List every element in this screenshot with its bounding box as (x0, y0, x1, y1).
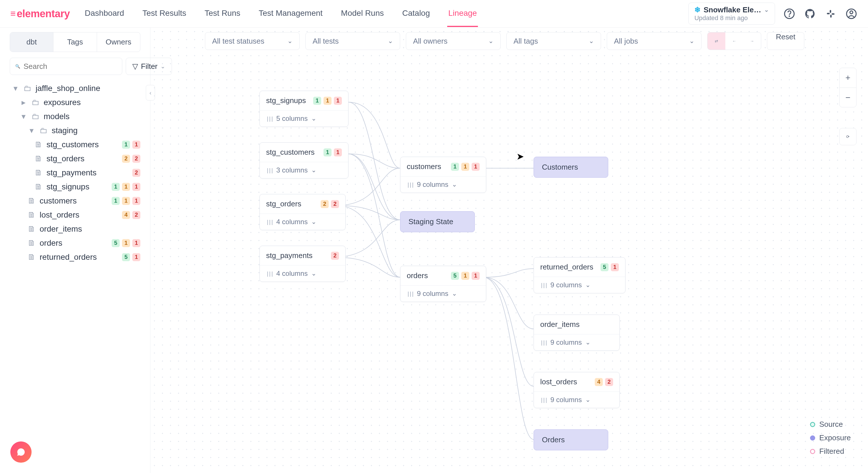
nav-test-runs[interactable]: Test Runs (204, 1, 242, 27)
legend: Source Exposure Filtered (810, 420, 851, 456)
node-title: stg_orders (266, 199, 301, 209)
chat-fab-button[interactable] (10, 441, 32, 463)
columns-toggle[interactable]: |||5 columns⌄ (260, 110, 348, 127)
tree-root[interactable]: ▾🗀jaffle_shop_online (10, 81, 141, 95)
node-title: customers (407, 162, 441, 171)
node-stg-customers[interactable]: stg_customers11 |||3 columns⌄ (259, 143, 348, 179)
nav-dashboard[interactable]: Dashboard (84, 1, 125, 27)
badge-warn: 2 (122, 155, 130, 163)
tab-dbt[interactable]: dbt (10, 32, 53, 52)
exposure-label: Orders (542, 435, 565, 444)
node-orders[interactable]: orders511 |||9 columns⌄ (400, 266, 486, 302)
search-box[interactable]: 🔍 (10, 58, 122, 75)
columns-label: 3 columns (276, 166, 308, 174)
swap-direction-button[interactable]: ⇄ (708, 32, 725, 50)
tree-item-order-items[interactable]: 🗎order_items (10, 222, 141, 236)
chevron-down-icon: ⌄ (585, 396, 590, 404)
chevron-down-icon: ⌄ (488, 37, 493, 45)
nav-test-management[interactable]: Test Management (257, 1, 324, 27)
filter-jobs[interactable]: All jobs⌄ (607, 32, 702, 50)
badge-fail: 2 (605, 378, 613, 386)
top-header: ≡elementary Dashboard Test Results Test … (0, 0, 868, 28)
github-icon[interactable] (804, 7, 816, 20)
filter-owners[interactable]: All owners⌄ (406, 32, 501, 50)
columns-toggle[interactable]: |||9 columns⌄ (400, 176, 486, 193)
tree-folder-staging[interactable]: ▾🗀staging (10, 123, 141, 137)
node-stg-orders[interactable]: stg_orders22 |||4 columns⌄ (259, 194, 346, 230)
downstream-button[interactable]: → (743, 32, 761, 50)
main-nav: Dashboard Test Results Test Runs Test Ma… (84, 1, 478, 27)
columns-icon: ||| (540, 340, 547, 346)
svg-rect-5 (830, 14, 832, 18)
tab-owners[interactable]: Owners (97, 32, 140, 52)
nav-catalog[interactable]: Catalog (401, 1, 431, 27)
columns-toggle[interactable]: |||4 columns⌄ (260, 265, 345, 282)
tree-label: staging (52, 126, 78, 135)
lineage-canvas[interactable]: All test statuses⌄ All tests⌄ All owners… (150, 28, 868, 473)
columns-toggle[interactable]: |||9 columns⌄ (534, 391, 619, 408)
svg-rect-4 (830, 10, 831, 12)
node-lost-orders[interactable]: lost_orders42 |||9 columns⌄ (534, 372, 620, 408)
tree-label: stg_customers (46, 140, 99, 149)
nav-test-results[interactable]: Test Results (141, 1, 187, 27)
badge-warn: 2 (321, 200, 329, 208)
tree-item-stg-customers[interactable]: 🗎stg_customers11 (10, 137, 141, 152)
nav-model-runs[interactable]: Model Runs (340, 1, 385, 27)
slack-icon[interactable] (825, 7, 837, 20)
filter-test-status[interactable]: All test statuses⌄ (205, 32, 300, 50)
upstream-button[interactable]: ← (725, 32, 743, 50)
search-input[interactable] (24, 62, 117, 71)
columns-label: 9 columns (551, 281, 582, 289)
search-icon: 🔍 (15, 64, 20, 69)
chevron-down-icon: ⌄ (311, 166, 316, 174)
chevron-down-icon: ⌄ (764, 7, 769, 13)
exposure-orders[interactable]: Orders (534, 430, 608, 450)
environment-dropdown[interactable]: ❄Snowflake Ele…⌄ Updated 8 min ago (688, 3, 775, 25)
badge-warn: 1 (323, 97, 332, 105)
tree-label: lost_orders (40, 210, 80, 220)
svg-point-7 (850, 11, 853, 14)
tree-item-stg-orders[interactable]: 🗎stg_orders22 (10, 152, 141, 166)
reset-button[interactable]: Reset (767, 32, 804, 50)
tree-item-customers[interactable]: 🗎customers111 (10, 194, 141, 208)
tree-item-returned-orders[interactable]: 🗎returned_orders51 (10, 250, 141, 264)
tree-folder-exposures[interactable]: ▸🗀exposures (10, 95, 141, 109)
tree-item-stg-signups[interactable]: 🗎stg_signups111 (10, 180, 141, 194)
badge-fail: 2 (132, 155, 141, 163)
chevron-down-icon: ⌄ (452, 181, 457, 188)
tab-tags[interactable]: Tags (53, 32, 96, 52)
exposure-customers[interactable]: Customers (534, 157, 608, 178)
columns-icon: ||| (407, 291, 414, 297)
nav-lineage[interactable]: Lineage (447, 1, 478, 27)
columns-toggle[interactable]: |||9 columns⌄ (534, 334, 619, 350)
tree-item-orders[interactable]: 🗎orders511 (10, 236, 141, 250)
zoom-in-button[interactable]: + (840, 68, 856, 88)
exposure-staging-state[interactable]: Staging State (400, 211, 475, 232)
tree-item-lost-orders[interactable]: 🗎lost_orders42 (10, 208, 141, 222)
columns-icon: ||| (266, 219, 273, 225)
user-avatar-icon[interactable] (845, 7, 858, 20)
node-customers[interactable]: customers111 |||9 columns⌄ (400, 157, 486, 193)
filter-tests[interactable]: All tests⌄ (305, 32, 400, 50)
columns-toggle[interactable]: |||3 columns⌄ (260, 162, 348, 178)
help-icon[interactable] (783, 7, 796, 20)
folder-icon: 🗀 (32, 112, 40, 121)
tree-label: customers (40, 196, 76, 206)
tree-folder-models[interactable]: ▾🗀models (10, 109, 141, 123)
columns-toggle[interactable]: |||4 columns⌄ (260, 214, 345, 230)
node-returned-orders[interactable]: returned_orders51 |||9 columns⌄ (534, 257, 625, 293)
columns-toggle[interactable]: |||9 columns⌄ (400, 285, 486, 302)
node-stg-signups[interactable]: stg_signups111 |||5 columns⌄ (259, 91, 348, 127)
zoom-out-button[interactable]: − (840, 88, 856, 107)
file-icon: 🗎 (34, 182, 42, 191)
legend-label: Filtered (819, 447, 844, 456)
env-name: Snowflake Ele… (704, 6, 761, 14)
tree-item-stg-payments[interactable]: 🗎stg_payments2 (10, 166, 141, 180)
chevron-down-icon: ⌄ (311, 270, 316, 277)
filter-tags[interactable]: All tags⌄ (506, 32, 601, 50)
columns-toggle[interactable]: |||9 columns⌄ (534, 277, 625, 293)
columns-icon: ||| (407, 182, 414, 188)
node-stg-payments[interactable]: stg_payments2 |||4 columns⌄ (259, 246, 346, 282)
node-order-items[interactable]: order_items |||9 columns⌄ (534, 315, 620, 351)
zoom-reset-button[interactable]: ⟳ (839, 128, 857, 145)
